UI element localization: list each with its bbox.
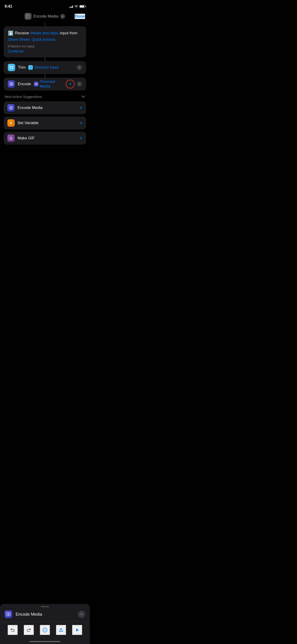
receive-label: Receive (15, 30, 29, 36)
continue-link[interactable]: Continue (8, 49, 82, 54)
suggestion-set-variable: x Set Variable + (4, 116, 86, 130)
receive-types[interactable]: Media and Apps (30, 30, 58, 36)
done-button[interactable]: Done (74, 14, 86, 19)
wifi-icon (74, 5, 78, 8)
encode-detail-button[interactable] (66, 80, 74, 88)
suggestion-make-gif-icon (7, 134, 15, 142)
trim-close-button[interactable]: ✕ (77, 65, 82, 70)
suggestion-make-gif-label: Make GIF (18, 136, 35, 140)
suggestion-encode-label: Encode Media (18, 106, 42, 110)
receive-input-from: input from (60, 30, 77, 36)
svg-point-13 (11, 108, 11, 108)
svg-point-10 (36, 84, 36, 84)
no-input-label: If there's no input: (8, 44, 82, 48)
svg-rect-2 (10, 66, 13, 69)
nav-chevron-icon[interactable] (60, 14, 65, 19)
suggestions-chevron-icon[interactable] (82, 95, 85, 98)
receive-sources[interactable]: Share Sheet, Quick Actions (8, 37, 56, 42)
suggestion-set-var-icon: x (7, 119, 15, 127)
trim-action-left: Trim ⬇ Shortcut Input (8, 64, 58, 71)
receive-icon: ⬇️ (8, 30, 14, 36)
nav-bar: Encode Media Done (0, 11, 90, 22)
encode-label: Encode (18, 82, 31, 86)
battery-icon (80, 5, 85, 8)
encode-card: Encode Trimmed Media ✕ (4, 78, 86, 90)
suggestion-encode-add-button[interactable]: + (80, 105, 82, 111)
encode-close-button[interactable]: ✕ (77, 82, 82, 86)
trim-action-right: ✕ (77, 65, 82, 70)
trim-input-label: ⬇ Shortcut Input (28, 65, 58, 70)
spacer (0, 147, 90, 225)
nav-title-text: Encode Media (34, 14, 58, 19)
trimmed-media-icon (34, 82, 39, 86)
connector-1 (45, 22, 45, 26)
trim-label: Trim (18, 65, 26, 70)
suggestion-set-var-left: x Set Variable (7, 119, 38, 127)
encode-action-left: Encode Trimmed Media (8, 80, 66, 89)
signal-icon (69, 5, 73, 8)
suggestion-encode-icon (7, 104, 15, 112)
encode-action-right: ✕ (66, 80, 82, 88)
connector-3 (45, 74, 45, 78)
suggestion-encode-media: Encode Media + (4, 101, 86, 114)
encode-icon (8, 80, 15, 88)
connector-2 (45, 57, 45, 61)
shortcut-icon (25, 13, 32, 20)
suggestion-make-gif-left: Make GIF (7, 134, 35, 142)
svg-point-7 (11, 84, 12, 84)
status-time: 9:41 (4, 4, 12, 9)
suggestions-header: Next Action Suggestions (0, 90, 90, 101)
status-bar: 9:41 (0, 0, 90, 11)
status-icons (69, 5, 86, 8)
suggestion-make-gif-add-button[interactable]: + (80, 135, 82, 141)
trim-card: Trim ⬇ Shortcut Input ✕ (4, 61, 86, 74)
suggestion-set-var-add-button[interactable]: + (80, 120, 82, 126)
suggestion-set-var-label: Set Variable (18, 121, 38, 125)
trimmed-media-pill: Trimmed Media (34, 80, 66, 89)
suggestions-title: Next Action Suggestions (4, 95, 42, 98)
receive-row: ⬇️ Receive Media and Apps input from (8, 30, 82, 36)
svg-point-1 (28, 16, 28, 17)
suggestion-encode-left: Encode Media (7, 104, 42, 112)
trim-icon (8, 64, 15, 71)
receive-card: ⬇️ Receive Media and Apps input from Sha… (4, 26, 86, 57)
nav-title-group[interactable]: Encode Media (25, 13, 66, 20)
trimmed-media-label: Trimmed Media (40, 80, 66, 89)
suggestion-make-gif: Make GIF + (4, 132, 86, 145)
